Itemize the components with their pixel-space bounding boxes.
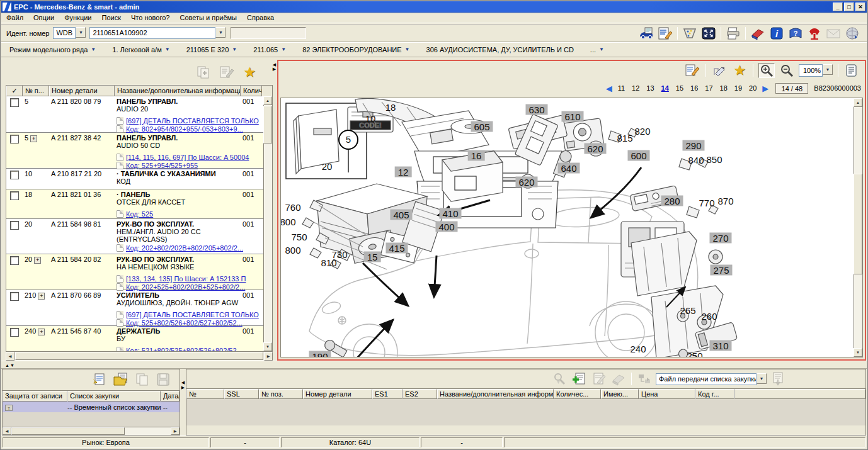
diagram-label[interactable]: 18: [385, 102, 396, 113]
diagram-label[interactable]: 260: [701, 311, 717, 322]
nav-vehicle-type[interactable]: 1. Легковой а/м▼: [104, 46, 178, 53]
diagram-label[interactable]: 310: [709, 340, 731, 351]
diagram-label[interactable]: 620: [515, 177, 537, 188]
zoom-in-icon[interactable]: [758, 63, 775, 78]
diagram-label[interactable]: 415: [385, 243, 408, 254]
menu-file[interactable]: Файл: [1, 13, 28, 23]
delete-position-icon[interactable]: [610, 371, 627, 386]
row-checkbox[interactable]: [11, 171, 18, 179]
close-button[interactable]: ✕: [855, 3, 865, 11]
diagram-label[interactable]: 405: [390, 210, 412, 220]
col-check[interactable]: ✓: [6, 86, 23, 96]
table-row[interactable]: 5 A 211 820 08 79 ПАНЕЛЬ УПРАВЛ. AUDIO 2…: [6, 96, 263, 133]
row-checkbox[interactable]: [11, 99, 18, 106]
page-info-icon[interactable]: [843, 63, 860, 78]
footnote-link[interactable]: [114, 115, 116, 697] По Шасси: A 50004: [126, 154, 249, 161]
search-part-icon[interactable]: [552, 371, 568, 386]
bottom-splitter[interactable]: ▲▼: [1, 361, 867, 369]
favorites-star-icon[interactable]: ★: [241, 65, 258, 80]
page-number-current[interactable]: 14: [660, 84, 670, 92]
zoom-out-icon[interactable]: [779, 63, 795, 78]
diagram-label[interactable]: 820: [634, 126, 650, 137]
transfer-combo-arrow[interactable]: ▼: [757, 373, 767, 384]
nav-group[interactable]: 82 ЭЛЕКТРООБОРУДОВАНИЕ▼: [294, 46, 418, 53]
diagram-label[interactable]: 265: [680, 305, 695, 316]
diagram-label[interactable]: 630: [525, 104, 547, 115]
menu-whats-new[interactable]: Что нового?: [126, 13, 174, 23]
page-number[interactable]: 15: [675, 84, 685, 92]
export-list-icon[interactable]: [770, 371, 786, 386]
diagram-label[interactable]: 600: [627, 150, 649, 161]
transfer-format-combo[interactable]: Файл передачи списка закупки ▼: [656, 373, 767, 385]
wmi-combo[interactable]: WDB ▼: [53, 27, 86, 39]
row-checkbox[interactable]: [11, 293, 18, 300]
vin-combo[interactable]: 2110651A109902 ▼: [89, 27, 226, 39]
code-link[interactable]: Код: 521+802/525+802/526+802/52...: [126, 347, 243, 351]
diagram-label[interactable]: 400: [435, 222, 457, 232]
datacard-edit-icon[interactable]: [657, 26, 673, 41]
transfer-icon[interactable]: [636, 371, 653, 386]
col-partno[interactable]: Номер детали: [49, 86, 115, 96]
diagram-label[interactable]: 750: [291, 232, 307, 242]
col-partno[interactable]: Номер детали: [303, 389, 372, 399]
illustration-canvas[interactable]: CODE!: [280, 98, 863, 357]
row-checkbox[interactable]: [11, 329, 18, 336]
expand-button[interactable]: +: [30, 135, 37, 142]
page-number[interactable]: 19: [733, 84, 743, 92]
diagram-label[interactable]: 605: [471, 121, 493, 132]
copy-list-icon[interactable]: [134, 372, 151, 387]
page-number[interactable]: 18: [719, 84, 729, 92]
table-row[interactable]: 20+ A 211 584 20 82 РУК-ВО ПО ЭКСПЛУАТ. …: [6, 254, 263, 290]
table-row[interactable]: 5+ A 211 827 38 42 ПАНЕЛЬ УПРАВЛ. AUDIO …: [6, 133, 263, 169]
row-checkbox[interactable]: [11, 135, 18, 143]
nav-more[interactable]: ...▼: [582, 46, 612, 53]
col-ssl[interactable]: SSL: [224, 389, 259, 399]
new-list-icon[interactable]: [91, 372, 108, 387]
col-qty[interactable]: Количес: [241, 86, 262, 96]
diagram-label[interactable]: 10: [365, 113, 376, 124]
diagram-label[interactable]: 850: [706, 154, 722, 165]
diagram-label[interactable]: 15: [364, 252, 381, 262]
wmi-combo-arrow[interactable]: ▼: [76, 27, 86, 38]
page-number[interactable]: 13: [645, 84, 655, 92]
open-list-icon[interactable]: [113, 372, 129, 387]
nav-model[interactable]: 211065 E 320▼: [178, 46, 246, 53]
diagram-label[interactable]: 840: [688, 155, 704, 166]
col-price[interactable]: Цена: [639, 389, 695, 399]
edit-position-icon[interactable]: [591, 371, 607, 386]
maximize-button[interactable]: □: [844, 3, 854, 11]
nav-model-mode[interactable]: Режим модельного ряда▼: [1, 46, 104, 53]
col-pos[interactable]: № п...: [23, 86, 49, 96]
erase-icon[interactable]: [750, 26, 766, 41]
code-link[interactable]: Код: 802+954/802+955/-053+803+9...: [126, 125, 243, 133]
menu-search[interactable]: Поиск: [97, 13, 126, 23]
web-parts-info-icon[interactable]: [844, 26, 860, 41]
vin-combo-arrow[interactable]: ▼: [215, 27, 226, 38]
save-list-icon[interactable]: [156, 372, 172, 387]
col-date[interactable]: Дата/: [161, 391, 180, 402]
main-splitter[interactable]: ◀ ▶: [271, 60, 277, 361]
shopping-basket-icon[interactable]: [682, 26, 698, 41]
diagram-label[interactable]: 610: [561, 111, 583, 122]
diagram-label[interactable]: 12: [395, 167, 412, 177]
table-row[interactable]: 240+ A 211 545 87 40 ДЕРЖАТЕЛЬ БУ Код: 5…: [6, 326, 263, 351]
copy-to-list-icon[interactable]: [196, 65, 212, 80]
diagram-label[interactable]: 16: [468, 150, 485, 161]
diagram-label[interactable]: 770: [699, 198, 714, 208]
nav-series[interactable]: 211.065▼: [245, 46, 294, 53]
col-write-protect[interactable]: Защита от записи: [3, 391, 67, 402]
splitter-arrows[interactable]: ▲▼: [5, 363, 15, 368]
col-no[interactable]: №: [186, 389, 224, 399]
lists-horizontal-scrollbar[interactable]: ◀ ▶: [3, 427, 180, 435]
col-name[interactable]: Название/дополнительная информация: [115, 86, 241, 96]
col-pos[interactable]: № поз.: [259, 389, 303, 399]
table-row[interactable]: 18 A 211 821 01 36 · ПАНЕЛЬ ОТСЕК ДЛЯ КА…: [6, 189, 263, 219]
prev-page-icon[interactable]: ◀: [606, 84, 612, 93]
diagram-label[interactable]: 640: [557, 163, 580, 174]
col-es2[interactable]: ES2: [403, 389, 437, 399]
diagram-label[interactable]: 190: [309, 351, 331, 358]
diagram-label[interactable]: 250: [687, 351, 702, 358]
page-number[interactable]: 11: [617, 84, 626, 92]
diagram-label[interactable]: 5: [338, 130, 358, 150]
diagram-label[interactable]: 240: [630, 344, 646, 354]
